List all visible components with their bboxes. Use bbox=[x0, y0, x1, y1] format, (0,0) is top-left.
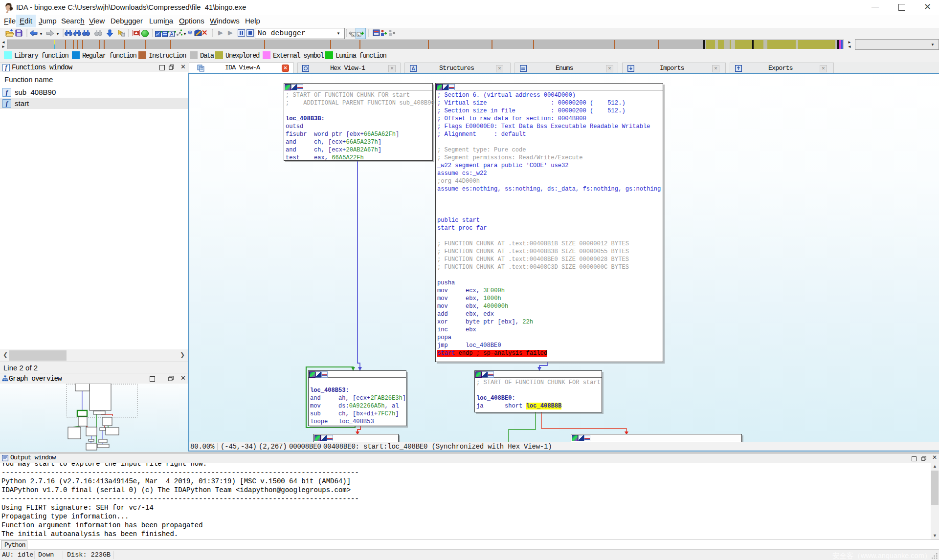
svg-text:A: A bbox=[411, 66, 415, 71]
svg-text:A: A bbox=[170, 31, 174, 37]
svg-text:c: c bbox=[358, 32, 360, 37]
svg-text:c: c bbox=[353, 32, 355, 37]
